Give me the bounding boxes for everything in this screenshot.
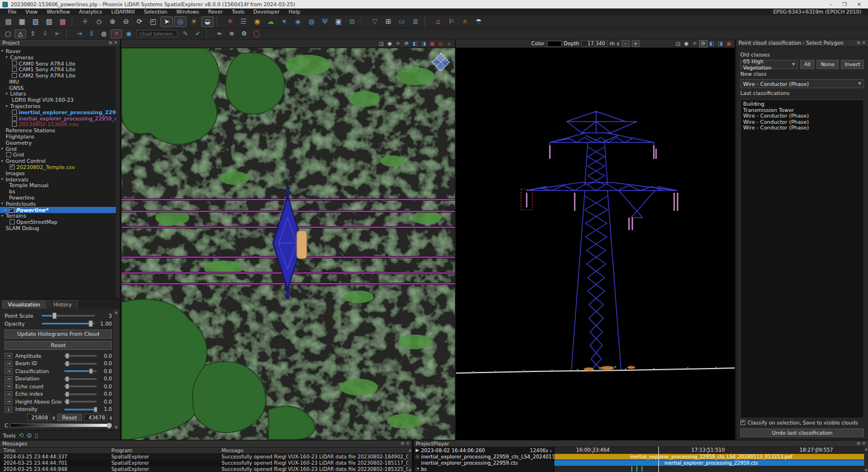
flightlines-icon[interactable]: ☰	[237, 16, 250, 27]
settings-gear-icon[interactable]: ⚙	[238, 29, 250, 38]
tree-item[interactable]: ▾ Lidars	[0, 91, 120, 97]
attribute-slider[interactable]	[64, 378, 97, 380]
tree-item[interactable]: OpenStreetMap	[0, 219, 120, 225]
menu-item[interactable]: File	[3, 9, 21, 15]
none-button[interactable]: None	[817, 60, 838, 69]
sep[interactable]	[424, 17, 429, 26]
sep[interactable]	[361, 17, 366, 26]
program-column-header[interactable]: Program	[111, 448, 222, 453]
tree-item[interactable]: bs	[0, 188, 120, 194]
save-as-icon[interactable]: ▧	[29, 16, 42, 27]
attribute-slider[interactable]	[64, 363, 97, 365]
pour-classify-icon[interactable]: ◍	[305, 16, 318, 27]
visibility-checkbox[interactable]	[12, 110, 17, 115]
expander-icon[interactable]: ▾	[1, 201, 6, 206]
attribute-slider[interactable]	[64, 409, 97, 410]
cloud-canvas[interactable]	[456, 48, 735, 440]
track-label[interactable]: bs	[421, 466, 554, 472]
add-region-icon[interactable]: ⊞	[382, 16, 394, 27]
sep[interactable]	[66, 29, 71, 38]
home-view-icon[interactable]: ⌂	[445, 40, 453, 47]
visibility-icon[interactable]: ◉	[123, 29, 134, 38]
selection-prev-icon[interactable]: ⇤	[52, 29, 63, 38]
invert-button[interactable]: Invert	[841, 60, 864, 69]
track-timeline-cts[interactable]: inertial_explorer_processing_22959.cts	[554, 460, 868, 466]
attribute-slider[interactable]	[64, 370, 97, 372]
zoom-in-icon[interactable]: ⊕	[106, 16, 119, 27]
tree-item[interactable]: inertial_explorer_processing_22959_cts_L…	[0, 115, 120, 122]
cloud-download-icon[interactable]: ☁	[264, 16, 277, 27]
filter-funnel-icon[interactable]: ▽	[368, 16, 381, 27]
trajectory-tool-icon[interactable]: ✳	[224, 16, 236, 27]
selection-down-icon[interactable]: ⇩	[40, 29, 51, 38]
popout-icon[interactable]: ⧉	[109, 40, 112, 46]
fit-view-icon[interactable]: ◰	[147, 16, 159, 27]
player-duration-dropdown[interactable]: 12406s ▾	[530, 448, 554, 453]
frame-left-icon[interactable]: ◧	[411, 40, 419, 47]
expander-icon[interactable]: ▾	[1, 177, 6, 181]
expander-icon[interactable]: ▾	[6, 55, 10, 59]
file-warning-icon[interactable]: ▩	[57, 16, 69, 27]
wifi-alt-icon[interactable]: ≋	[226, 29, 237, 38]
message-row[interactable]: 2024-03-25 23:44:44:337 SpatialExplorer …	[0, 454, 412, 460]
list-item[interactable]: Building	[743, 101, 861, 107]
range-min-input[interactable]: 25808	[27, 414, 50, 421]
tree-item[interactable]: ▾ Rover	[0, 48, 120, 54]
camera-tool-icon[interactable]: ◈	[292, 16, 304, 27]
popout-icon[interactable]: ⧉	[857, 40, 861, 46]
minimize-button[interactable]: –	[830, 2, 832, 7]
tree-item[interactable]: ▾ Pointclouds	[0, 201, 120, 207]
orbit-icon[interactable]: ⟳	[133, 16, 146, 27]
tree-item[interactable]: 20230802-153606.nav	[0, 122, 120, 128]
tree-item[interactable]: 20230802_Temple.csv	[0, 164, 120, 170]
tree-item[interactable]: CAM0 Sony A7R4 Lite	[0, 60, 120, 67]
frame-close-icon[interactable]: ▣	[428, 40, 436, 47]
save-settings-icon[interactable]: ▨	[43, 16, 55, 27]
screenshot-icon[interactable]: ◲	[377, 40, 385, 47]
timeline-ruler[interactable]: 16:00:33:46417:13:51:51018:27:09:557	[554, 447, 868, 453]
classify-checkbox[interactable]	[740, 420, 745, 425]
track-bar[interactable]: inertial_explorer_processing_22959_cts_L…	[554, 454, 868, 460]
close-button[interactable]: ✕	[857, 2, 861, 7]
attribute-expand-button[interactable]: →	[5, 361, 12, 367]
expander-icon[interactable]: ▾	[1, 146, 6, 151]
tree-item[interactable]: LDR0 Riegl VUX-160-23	[0, 97, 120, 103]
undo-classification-button[interactable]: Undo last classification	[740, 428, 864, 437]
attribute-expand-button[interactable]: →	[5, 368, 12, 374]
viz-tab[interactable]: Visualization	[2, 300, 46, 309]
attribute-expand-button[interactable]: →	[5, 376, 12, 382]
open-project-icon[interactable]: ▤	[2, 16, 15, 27]
tree-item[interactable]: ▾ Grid	[0, 146, 120, 152]
expander-icon[interactable]: ▸	[5, 207, 9, 212]
tree-item[interactable]: ▸ Powerline*	[0, 207, 120, 213]
antenna-icon[interactable]: Ψ	[319, 16, 331, 27]
color-swatch[interactable]	[547, 41, 562, 47]
attribute-slider[interactable]	[64, 386, 97, 387]
move-3d-icon[interactable]: ✛	[79, 16, 92, 27]
menu-item[interactable]: Rover	[203, 9, 227, 15]
playhead[interactable]	[658, 447, 659, 472]
visibility-checkbox[interactable]	[10, 164, 15, 170]
message-row[interactable]: 2024-03-25 23:44:44:848 SpatialExplorer …	[0, 466, 412, 472]
close-icon[interactable]: ✕	[862, 40, 866, 46]
histogram-icon[interactable]: ≣	[409, 16, 422, 27]
tree-item[interactable]: Reference Stations	[0, 127, 120, 133]
depth-increase-button[interactable]: +	[632, 40, 640, 47]
cloud-selection-input[interactable]	[137, 30, 177, 37]
vr-headset-icon[interactable]: ◒	[201, 16, 214, 27]
tree-item[interactable]: ▾ Ground Control	[0, 158, 120, 164]
spinner-icon[interactable]: ▲▼	[53, 415, 55, 420]
popout-icon[interactable]: ⧉	[857, 441, 861, 447]
depth-value-input[interactable]: 17.340	[581, 40, 607, 47]
expander-icon[interactable]: ▾	[6, 92, 10, 96]
visibility-checkbox[interactable]	[10, 219, 15, 224]
depth-decrease-button[interactable]: -	[622, 40, 630, 47]
tree-item[interactable]: ▾ Trajectories	[0, 103, 120, 109]
map-pin-icon[interactable]: ⚐	[445, 16, 458, 27]
visibility-checkbox[interactable]	[9, 207, 14, 213]
menu-item[interactable]: Developer	[249, 9, 284, 15]
list-item[interactable]: Wire - Conductor (Phase)	[743, 125, 861, 131]
visibility-checkbox[interactable]	[12, 60, 17, 66]
expander-icon[interactable]: ▾	[1, 214, 6, 218]
menu-item[interactable]: View	[21, 9, 42, 15]
